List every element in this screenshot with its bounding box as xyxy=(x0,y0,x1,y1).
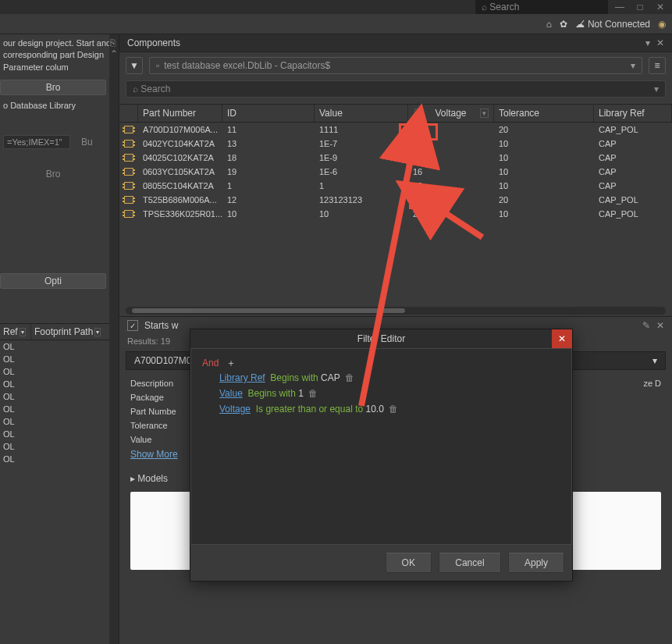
cell-value: 10 xyxy=(315,208,408,220)
component-icon xyxy=(124,210,133,218)
cloud-off-icon: ☁̸ xyxy=(575,19,585,30)
left-table-row[interactable]: OL xyxy=(0,415,119,428)
cond-operator[interactable]: Is greater than or equal to xyxy=(256,404,363,415)
col-library-ref[interactable]: Library Ref xyxy=(594,105,672,122)
col-ref[interactable]: Ref▾ xyxy=(0,324,31,340)
dialog-close-button[interactable]: ✕ xyxy=(552,329,572,348)
table-body: A700D107M006A... 11 1111 6.3 20 CAP_POL … xyxy=(119,123,672,305)
left-table-row[interactable]: OL xyxy=(0,453,119,465)
maximize-button[interactable]: □ xyxy=(631,1,649,13)
browse-button-1[interactable]: Bro xyxy=(0,80,106,95)
app-toolbar: ⌂ ✿ ☁̸ Not Connected ◉ xyxy=(0,14,672,34)
close-button[interactable]: ✕ xyxy=(652,1,669,13)
table-row[interactable]: 04025C102KAT2A 18 1E-9 50 10 CAP xyxy=(119,151,672,165)
cond-field[interactable]: Value xyxy=(219,388,243,399)
delete-condition-icon[interactable]: 🗑 xyxy=(308,388,318,399)
delete-condition-icon[interactable]: 🗑 xyxy=(345,372,354,383)
gear-icon[interactable]: ✿ xyxy=(560,19,567,30)
db-icon: ▫ xyxy=(156,60,159,71)
chevron-down-icon: ▾ xyxy=(631,60,635,71)
cond-operator[interactable]: Begins with xyxy=(270,372,318,383)
cond-value[interactable]: CAP xyxy=(321,372,340,383)
left-table-row[interactable]: OL xyxy=(0,340,119,353)
filter-root-op[interactable]: And xyxy=(202,358,219,368)
dialog-titlebar[interactable]: Filter Editor ✕ xyxy=(190,329,572,348)
col-voltage[interactable]: ▾Voltage▾ xyxy=(408,105,494,122)
table-row[interactable]: T525B686M006A... 12 123123123 6.3 20 CAP… xyxy=(119,193,672,207)
cell-part-number: A700D107M006A... xyxy=(138,123,222,136)
cond-value[interactable]: 10.0 xyxy=(365,404,383,415)
database-selector[interactable]: ▫test database excel.DbLib - Capacitors$… xyxy=(149,57,642,74)
add-condition-icon[interactable]: ＋ xyxy=(226,358,236,368)
table-header: Part Number ID Value ▾Voltage▾ Tolerance… xyxy=(119,104,672,123)
clear-filter-icon[interactable]: ✕ xyxy=(656,320,664,331)
cancel-button[interactable]: Cancel xyxy=(439,553,500,573)
search-placeholder: Search xyxy=(489,2,519,12)
home-icon[interactable]: ⌂ xyxy=(546,19,552,30)
filter-condition[interactable]: Library Ref Begins with CAP🗑 xyxy=(202,370,560,386)
left-table-row[interactable]: OL xyxy=(0,353,119,365)
cell-tolerance: 10 xyxy=(494,137,594,150)
component-icon xyxy=(124,154,133,162)
table-row[interactable]: 0402YC104KAT2A 13 1E-7 16 10 CAP xyxy=(119,137,672,151)
cell-id: 18 xyxy=(222,151,315,164)
col-value[interactable]: Value xyxy=(315,105,408,122)
cell-part-number: 0402YC104KAT2A xyxy=(138,137,222,150)
left-table-row[interactable]: OL xyxy=(0,428,119,440)
horizontal-scrollbar[interactable] xyxy=(126,307,666,315)
show-more-link[interactable]: Show More xyxy=(130,449,178,460)
edit-filter-icon[interactable]: ✎ xyxy=(642,320,650,331)
grid-menu-icon[interactable]: ≡ xyxy=(649,57,666,74)
filter-toggle[interactable]: ▼ xyxy=(126,57,143,74)
col-icon[interactable] xyxy=(119,105,138,122)
cond-operator[interactable]: Begins with xyxy=(247,388,295,399)
left-table-row[interactable]: OL xyxy=(0,403,119,415)
col-part-number[interactable]: Part Number xyxy=(138,105,222,122)
filter-checkbox[interactable]: ✓ xyxy=(127,320,138,331)
component-icon xyxy=(124,140,133,148)
cell-id: 12 xyxy=(222,194,315,206)
cell-part-number: 04025C102KAT2A xyxy=(138,151,222,164)
cell-tolerance: 10 xyxy=(494,151,594,164)
browse-button-2[interactable]: Bro xyxy=(0,167,106,181)
search-placeholder: Search xyxy=(140,84,170,94)
cell-value: 1E-6 xyxy=(315,165,408,178)
col-footprint-path[interactable]: Footprint Path▾ xyxy=(31,324,119,340)
connection-string-input[interactable] xyxy=(3,135,70,149)
dblib-label: o Database Library xyxy=(0,98,119,112)
left-table-row[interactable]: OL xyxy=(0,390,119,403)
panel-close-icon[interactable]: ✕ xyxy=(656,37,664,48)
col-tolerance[interactable]: Tolerance xyxy=(494,105,594,122)
component-search[interactable]: ⌕ Search ▾ xyxy=(126,80,666,98)
cond-field[interactable]: Library Ref xyxy=(219,372,265,383)
delete-condition-icon[interactable]: 🗑 xyxy=(389,404,398,415)
table-row[interactable]: A700D107M006A... 11 1111 6.3 20 CAP_POL xyxy=(119,123,672,137)
left-table-row[interactable]: OL xyxy=(0,440,119,453)
panel-menu-icon[interactable]: ▾ xyxy=(645,37,650,48)
connection-status[interactable]: ☁̸ Not Connected xyxy=(575,19,650,30)
components-table: Part Number ID Value ▾Voltage▾ Tolerance… xyxy=(119,104,672,316)
options-button[interactable]: Opti xyxy=(0,273,106,289)
cond-value[interactable]: 1 xyxy=(298,388,304,399)
filter-editor-dialog: Filter Editor ✕ And ＋ Library Ref Begins… xyxy=(190,329,573,582)
col-id[interactable]: ID xyxy=(222,105,315,122)
ok-button[interactable]: OK xyxy=(386,553,432,573)
cell-value: 1E-9 xyxy=(315,151,408,164)
apply-button[interactable]: Apply xyxy=(508,553,564,573)
minimize-button[interactable]: — xyxy=(611,1,628,13)
aux-icon[interactable]: ◉ xyxy=(658,19,666,30)
table-row[interactable]: 08055C104KAT2A 1 1 50 10 CAP xyxy=(119,179,672,193)
table-row[interactable]: TPSE336K025R01... 10 10 25 10 CAP_POL xyxy=(119,207,672,221)
build-button[interactable]: Bu xyxy=(73,135,101,149)
global-search[interactable]: ⌕ Search xyxy=(475,0,608,14)
cond-field[interactable]: Voltage xyxy=(219,404,251,415)
table-row[interactable]: 0603YC105KAT2A 19 1E-6 16 10 CAP xyxy=(119,165,672,179)
cell-library-ref: CAP xyxy=(594,165,672,178)
panel-collapse-handle[interactable]: ⎘⌃ xyxy=(109,34,119,644)
filter-condition[interactable]: Voltage Is greater than or equal to 10.0… xyxy=(202,401,560,417)
cell-tolerance: 20 xyxy=(494,123,594,136)
left-table-row[interactable]: OL xyxy=(0,365,119,378)
left-table-row[interactable]: OL xyxy=(0,378,119,390)
left-panel: ⎘⌃ our design project. Start and corresp… xyxy=(0,34,119,644)
filter-condition[interactable]: Value Begins with 1🗑 xyxy=(202,386,560,401)
